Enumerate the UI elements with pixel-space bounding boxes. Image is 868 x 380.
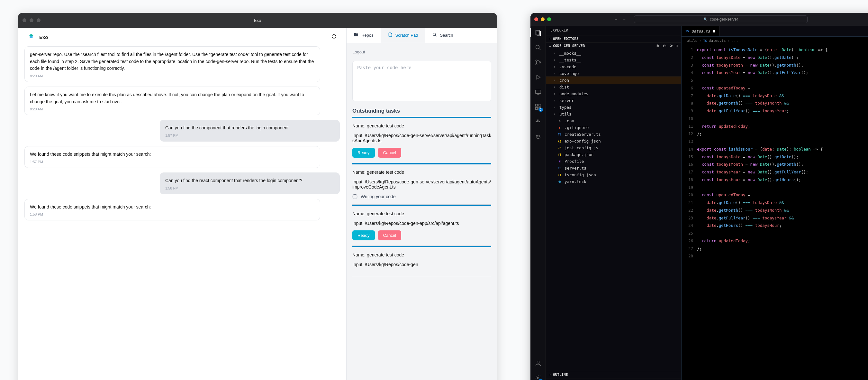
tab-scratch-pad[interactable]: Scratch Pad [381, 28, 425, 43]
explorer-title: EXPLORER [546, 26, 681, 35]
svg-point-17 [538, 135, 540, 137]
svg-rect-12 [535, 121, 537, 122]
editor-tab-dates[interactable]: TS dates.ts [682, 26, 719, 36]
svg-point-4 [535, 60, 537, 61]
task-card: Name: generate test codeInput: /Users/kg… [352, 246, 491, 277]
vscode-titlebar: ← → 🔍 code-gen-server ◧ ⬓ ◨ ▦ [530, 13, 868, 26]
svg-rect-8 [535, 104, 537, 106]
remote-icon[interactable] [534, 88, 542, 96]
chat-message: Can you find the component that renders … [160, 120, 340, 142]
code-editor[interactable]: 1234567891011121314151617181920212223242… [682, 45, 868, 380]
tree-file[interactable]: TScreateServer.ts [546, 131, 681, 138]
tree-file[interactable]: {}tsconfig.json [546, 172, 681, 178]
svg-point-19 [537, 377, 539, 379]
chat-message: Let me know if you want me to execute th… [25, 87, 320, 115]
folder-icon [353, 32, 359, 38]
document-icon [388, 32, 393, 38]
repo-section[interactable]: ⌄CODE-GEN-SERVER 🗎 🗀 ⟳ ⊟ [546, 42, 681, 49]
svg-rect-14 [538, 121, 540, 122]
refresh-icon[interactable]: ⟳ [670, 44, 673, 48]
search-icon[interactable] [534, 44, 542, 52]
tasks-heading: Outstanding tasks [352, 108, 491, 114]
tree-folder[interactable]: ›node_modules [546, 90, 681, 97]
docker-icon[interactable] [534, 118, 542, 125]
tree-folder[interactable]: ›coverage [546, 70, 681, 77]
tree-file[interactable]: {}exo-config.json [546, 138, 681, 144]
tree-folder[interactable]: ›cron [546, 77, 681, 84]
svg-rect-13 [537, 121, 538, 122]
exo-sidebar: Repos Scratch Pad Search Logout Outstand… [346, 28, 497, 380]
extensions-icon[interactable]: 2 [534, 103, 542, 111]
activity-bar: 2 1 [530, 26, 546, 380]
ts-icon: TS [685, 30, 689, 33]
task-card: Name: generate test codeInput: /Users/kg… [352, 163, 491, 205]
svg-point-18 [537, 361, 539, 363]
tree-file[interactable]: HProcfile [546, 158, 681, 165]
code-paste-textarea[interactable] [352, 61, 491, 101]
refresh-icon[interactable] [332, 34, 337, 40]
tree-file[interactable]: ⬣yarn.lock [546, 178, 681, 185]
open-editors-section[interactable]: ›OPEN EDITORS [546, 35, 681, 42]
timeline-section[interactable]: ›TIMELINE [546, 378, 681, 380]
app-name: Exo [39, 34, 48, 40]
tree-file[interactable]: {}package.json [546, 151, 681, 158]
window-title: Exo [18, 18, 497, 23]
chat-message: We found these code snippets that might … [25, 146, 320, 168]
ready-button[interactable]: Ready [352, 148, 375, 158]
explorer-panel: EXPLORER ›OPEN EDITORS ⌄CODE-GEN-SERVER … [546, 26, 682, 380]
account-icon[interactable] [534, 359, 542, 367]
search-text: code-gen-server [710, 17, 738, 22]
tab-filename: dates.ts [691, 29, 710, 33]
new-file-icon[interactable]: 🗎 [656, 44, 660, 48]
svg-point-5 [535, 63, 537, 65]
tree-file[interactable]: ◆.gitignore [546, 124, 681, 131]
editor-tabs: TS dates.ts ◫ ⋯ [682, 26, 868, 37]
tree-folder[interactable]: ›__tests__ [546, 57, 681, 63]
search-icon [432, 32, 437, 38]
svg-point-3 [535, 46, 539, 49]
search-icon: 🔍 [704, 18, 708, 22]
breadcrumb[interactable]: utils› TSdates.ts› ... [682, 37, 868, 45]
task-card: Name: generate test codeInput: /Users/kg… [352, 117, 491, 163]
tree-folder[interactable]: ›.vscode [546, 63, 681, 70]
tree-folder[interactable]: ›utils [546, 111, 681, 117]
source-control-icon[interactable] [534, 59, 542, 66]
window-controls[interactable] [534, 18, 551, 21]
chat-message: gen-server repo. Use the "search files" … [25, 46, 320, 82]
tab-label: Scratch Pad [396, 33, 418, 38]
collapse-icon[interactable]: ⊟ [676, 44, 678, 48]
tree-folder[interactable]: ›dist [546, 84, 681, 90]
tree-folder[interactable]: ›types [546, 104, 681, 111]
tree-file[interactable]: ⚙.env [546, 117, 681, 124]
exo-header: Exo [18, 28, 346, 46]
explorer-icon[interactable] [534, 29, 542, 37]
spinner-icon [352, 194, 358, 199]
copilot-icon[interactable] [534, 133, 542, 140]
tree-folder[interactable]: ›__mocks__ [546, 50, 681, 57]
tab-label: Search [440, 33, 453, 38]
settings-gear-icon[interactable]: 1 [534, 374, 542, 380]
tree-file[interactable]: TSserver.ts [546, 165, 681, 172]
command-center[interactable]: 🔍 code-gen-server [634, 16, 808, 23]
svg-rect-7 [535, 90, 541, 94]
svg-rect-15 [537, 120, 538, 121]
exo-logo-icon [28, 33, 35, 40]
new-folder-icon[interactable]: 🗀 [663, 44, 666, 48]
chat-message: We found these code snippets that might … [25, 199, 320, 221]
tab-search[interactable]: Search [425, 28, 460, 43]
logout-link[interactable]: Logout [352, 50, 365, 54]
exo-window: Exo Exo gen-server repo. Use the "search… [18, 13, 497, 380]
svg-rect-9 [538, 104, 540, 106]
nav-back-icon[interactable]: ← [614, 17, 618, 22]
run-debug-icon[interactable] [534, 74, 542, 81]
ready-button[interactable]: Ready [352, 230, 375, 240]
tree-folder[interactable]: ›server [546, 97, 681, 104]
tree-file[interactable]: JSjest.config.js [546, 144, 681, 151]
exo-titlebar: Exo [18, 13, 497, 28]
tab-repos[interactable]: Repos [346, 28, 381, 43]
cancel-button[interactable]: Cancel [378, 230, 401, 240]
outline-section[interactable]: ›OUTLINE [546, 371, 681, 378]
chat-area[interactable]: gen-server repo. Use the "search files" … [18, 46, 346, 378]
cancel-button[interactable]: Cancel [378, 148, 401, 158]
svg-point-16 [536, 135, 537, 137]
